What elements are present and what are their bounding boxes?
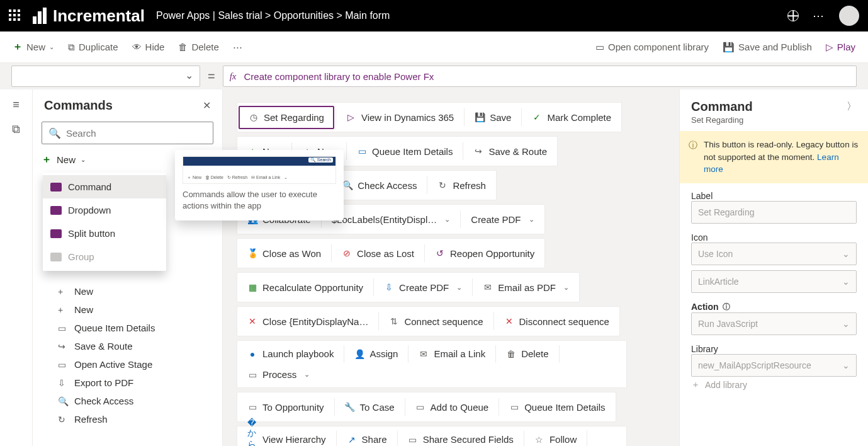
- canvas-command[interactable]: ▭Queue Item Details: [348, 141, 461, 162]
- canvas-command[interactable]: 🔧To Case: [336, 397, 403, 418]
- hide-button[interactable]: 👁Hide: [132, 42, 165, 52]
- canvas-command[interactable]: ⇩Create PDF⌄: [375, 277, 471, 298]
- canvas-command[interactable]: Create PDF⌄: [462, 209, 543, 230]
- canvas-command[interactable]: 💾Save: [466, 107, 520, 128]
- canvas-command[interactable]: 👤Assign: [346, 343, 407, 364]
- hamburger-icon[interactable]: ≡: [13, 98, 20, 112]
- tree-item[interactable]: 🔍Check Access: [39, 392, 222, 410]
- command-icon: ☆: [534, 435, 544, 445]
- plus-icon: ＋: [13, 40, 23, 54]
- canvas-command[interactable]: ↗Share: [338, 429, 396, 446]
- command-label: View Hierarchy: [262, 434, 326, 445]
- tree-item[interactable]: +New: [39, 282, 222, 300]
- canvas-command[interactable]: ↺Reopen Opportunity: [426, 243, 543, 264]
- command-label: Recalculate Opportunity: [262, 282, 363, 293]
- item-icon: ▭: [58, 360, 68, 370]
- canvas-command[interactable]: ▭Queue Item Details: [500, 397, 614, 418]
- action-label: Actionⓘ: [691, 302, 857, 312]
- search-field[interactable]: [66, 128, 206, 139]
- command-label: Close as Lost: [357, 248, 414, 259]
- popup-item-icon: [50, 183, 62, 192]
- tree-item[interactable]: ↪Save & Route: [39, 337, 222, 355]
- brand: Incremental: [33, 6, 145, 26]
- canvas-command[interactable]: ▭Add to Queue: [407, 397, 498, 418]
- canvas-command[interactable]: ↻Refresh: [429, 175, 495, 196]
- tree-item[interactable]: +New: [39, 300, 222, 319]
- play-button[interactable]: ▷Play: [826, 42, 855, 53]
- tree-item[interactable]: ⇩Export to PDF: [39, 374, 222, 392]
- canvas-command[interactable]: 🗑Delete: [497, 343, 557, 364]
- tree-item[interactable]: ↻Refresh: [39, 410, 222, 428]
- command-label: $LocLabels(EntityDispl…: [332, 214, 437, 225]
- trash-icon: 🗑: [178, 42, 188, 52]
- commands-title: Commands: [44, 98, 113, 113]
- popup-item-split-button[interactable]: Split button: [43, 222, 166, 245]
- divider: [378, 312, 379, 330]
- divider: [346, 142, 347, 160]
- library-icon: ▭: [595, 42, 604, 53]
- open-component-library-button[interactable]: ▭Open component library: [595, 42, 709, 53]
- canvas-command[interactable]: ✕Disconnect sequence: [495, 311, 618, 332]
- globe-icon[interactable]: [787, 10, 799, 21]
- chevron-down-icon: ⌄: [49, 43, 54, 50]
- action-field[interactable]: Run JavaScript⌄: [691, 312, 857, 335]
- command-label: Share: [362, 434, 387, 445]
- canvas-command[interactable]: ↪Save & Route: [465, 141, 556, 162]
- icon-type-field[interactable]: Use Icon⌄: [691, 243, 857, 265]
- save-publish-button[interactable]: 💾Save and Publish: [723, 42, 812, 53]
- canvas-command[interactable]: �からみView Hierarchy: [239, 429, 335, 446]
- popup-item-dropdown[interactable]: Dropdown: [43, 198, 166, 222]
- command-icon: ⇩: [384, 282, 394, 292]
- library-field[interactable]: new_MailAppScriptResource⌄: [691, 354, 857, 377]
- new-button[interactable]: ＋New⌄: [13, 40, 54, 54]
- canvas-command[interactable]: ✉Email a Link: [410, 343, 494, 364]
- formula-input[interactable]: fx Create component library to enable Po…: [223, 66, 857, 87]
- avatar[interactable]: [839, 6, 859, 26]
- command-label: Email a Link: [434, 348, 485, 359]
- canvas-command[interactable]: ▦Recalculate Opportunity: [239, 277, 372, 298]
- command-row: ▭To Opportunity🔧To Case▭Add to Queue▭Que…: [237, 392, 616, 422]
- canvas-command[interactable]: ⇅Connect sequence: [380, 311, 492, 332]
- toolbar: ＋New⌄ ⧉Duplicate 👁Hide 🗑Delete ⋯ ▭Open c…: [0, 31, 868, 63]
- app-launcher-icon[interactable]: [9, 9, 21, 22]
- tree-item[interactable]: ▭Open Active Stage: [39, 355, 222, 374]
- canvas-command[interactable]: 🔍Check Access: [334, 175, 426, 196]
- canvas-command[interactable]: ⊘Close as Lost: [333, 243, 423, 264]
- command-label: Refresh: [453, 180, 486, 191]
- property-selector[interactable]: [11, 66, 200, 87]
- search-input[interactable]: 🔍: [42, 122, 213, 144]
- tree-item[interactable]: ▭Queue Item Details: [39, 319, 222, 337]
- canvas-command[interactable]: ✓Mark Complete: [523, 107, 620, 128]
- command-label: Check Access: [358, 180, 417, 191]
- canvas-command[interactable]: ●Launch playbook: [239, 343, 342, 364]
- popup-item-label: Group: [68, 251, 94, 262]
- more-icon[interactable]: ⋯: [813, 9, 825, 23]
- chevron-down-icon: ⌄: [444, 215, 450, 224]
- icon-name-field[interactable]: LinkArticle⌄: [691, 270, 857, 293]
- canvas-command[interactable]: ▭Process⌄: [239, 364, 318, 385]
- canvas-command[interactable]: ▷View in Dynamics 365: [337, 107, 463, 128]
- canvas-command[interactable]: ▭Share Secured Fields: [399, 429, 522, 446]
- popup-item-command[interactable]: Command: [43, 175, 166, 198]
- item-icon: ↻: [58, 415, 68, 425]
- overflow-button[interactable]: ⋯: [233, 42, 242, 53]
- design-canvas: ◷Set Regarding▷View in Dynamics 365💾Save…: [223, 89, 679, 446]
- canvas-command[interactable]: ☆Follow: [526, 429, 585, 446]
- command-icon: ✕: [247, 316, 257, 326]
- chevron-right-icon[interactable]: 〉: [847, 100, 857, 113]
- command-icon: ✕: [504, 316, 514, 326]
- add-library-button[interactable]: ＋Add library: [691, 377, 857, 391]
- canvas-command[interactable]: ▭To Opportunity: [239, 397, 333, 418]
- delete-button[interactable]: 🗑Delete: [178, 42, 218, 52]
- command-icon: ↗: [347, 435, 357, 445]
- canvas-command[interactable]: ✉Email as PDF⌄: [474, 277, 578, 298]
- duplicate-button[interactable]: ⧉Duplicate: [68, 42, 118, 53]
- tree-icon[interactable]: ⧉: [12, 123, 20, 136]
- canvas-command[interactable]: 🏅Close as Won: [239, 243, 330, 264]
- command-row: 🏅Close as Won⊘Close as Lost↺Reopen Oppor…: [237, 238, 545, 268]
- label-field[interactable]: Set Regarding: [691, 201, 857, 224]
- close-icon[interactable]: ✕: [203, 100, 211, 112]
- canvas-command[interactable]: ✕Close {EntityDisplayNa…: [239, 311, 377, 332]
- canvas-command[interactable]: ◷Set Regarding: [239, 106, 334, 129]
- command-icon: ✉: [419, 349, 429, 359]
